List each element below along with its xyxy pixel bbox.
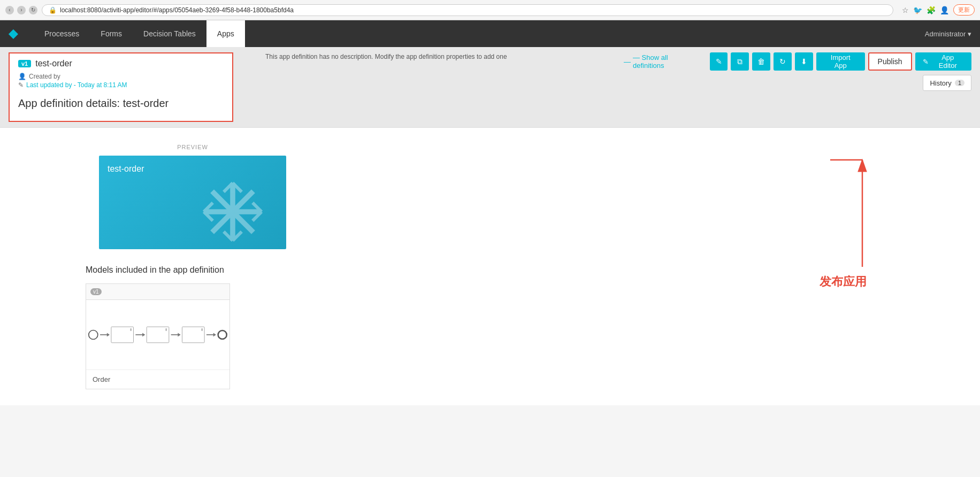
show-all-definitions-link[interactable]: — — Show all definitions — [624, 53, 701, 70]
edit-button[interactable]: ✎ — [710, 52, 728, 71]
nav-item-forms[interactable]: Forms — [90, 20, 133, 47]
model-card-header: v1 — [86, 284, 229, 300]
snowflake-decoration — [201, 180, 265, 244]
nav-item-processes[interactable]: Processes — [34, 20, 90, 47]
app-preview-card: test-order — [99, 156, 286, 249]
app-created-meta: 👤 Created by — [18, 73, 224, 80]
bpmn-end-event — [217, 330, 227, 340]
bpmn-arrow-1 — [100, 334, 109, 335]
bpmn-arrow-3 — [171, 334, 180, 335]
model-name: Order — [93, 375, 110, 383]
app-definition-heading: App definition details: test-order — [18, 97, 224, 110]
reload-button[interactable]: ↻ — [29, 6, 37, 14]
url-text: localhost:8080/activiti-app/editor/#/app… — [60, 6, 294, 14]
delete-button[interactable]: 🗑 — [752, 52, 770, 71]
download-icon: ⬇ — [801, 57, 807, 66]
show-all-icon: — — [624, 58, 631, 66]
address-bar[interactable]: 🔒 localhost:8080/activiti-app/editor/#/a… — [42, 4, 893, 16]
app-header: v1 test-order 👤 Created by ✎ Last update… — [0, 47, 980, 128]
main-content: v1 test-order 👤 Created by ✎ Last update… — [0, 47, 980, 477]
bird-icon: 🐦 — [913, 6, 922, 14]
puzzle-icon: 🧩 — [927, 6, 936, 14]
history-button[interactable]: History 1 — [923, 75, 971, 91]
refresh-icon: ↻ — [779, 57, 786, 66]
model-diagram — [86, 300, 229, 370]
download-button[interactable]: ⬇ — [795, 52, 813, 71]
created-by-label: Created by — [29, 73, 60, 80]
publish-button[interactable]: Publish — [868, 52, 912, 71]
refresh-button[interactable]: ↻ — [774, 52, 792, 71]
person-icon: 👤 — [18, 73, 26, 80]
app-navbar: ◆ Processes Forms Decision Tables Apps A… — [0, 20, 980, 47]
bpmn-task-2 — [147, 327, 170, 343]
app-header-right: — — Show all definitions ✎ ⧉ 🗑 — [624, 52, 971, 91]
bpmn-start-event — [88, 330, 98, 340]
copy-button[interactable]: ⧉ — [731, 52, 749, 71]
model-version-badge: v1 — [90, 288, 102, 295]
header-center: This app definition has no description. … — [244, 52, 613, 61]
model-card-footer: Order — [86, 370, 229, 389]
nav-right: Administrator ▾ — [925, 30, 971, 38]
edit-icon: ✎ — [716, 57, 722, 66]
copy-icon: ⧉ — [737, 57, 742, 66]
app-preview-name: test-order — [108, 164, 278, 174]
models-section: Models included in the app definition v1 — [86, 265, 980, 389]
bpmn-task-3 — [182, 327, 205, 343]
bpmn-task-1 — [111, 327, 134, 343]
forward-button[interactable]: › — [17, 6, 26, 14]
nav-items: Processes Forms Decision Tables Apps — [34, 20, 925, 47]
version-badge: v1 — [18, 60, 31, 67]
star-icon[interactable]: ☆ — [902, 6, 909, 14]
model-card: v1 — [86, 283, 230, 389]
pencil-icon: ✎ — [18, 81, 24, 89]
browser-chrome: ‹ › ↻ 🔒 localhost:8080/activiti-app/edit… — [0, 0, 980, 20]
preview-label: PREVIEW — [86, 144, 300, 150]
app-editor-icon: ✎ — [923, 58, 929, 66]
app-title-row: v1 test-order — [18, 59, 224, 68]
app-info-block: v1 test-order 👤 Created by ✎ Last update… — [9, 52, 233, 122]
browser-controls: ‹ › ↻ — [5, 6, 37, 14]
app-updated-meta: ✎ Last updated by - Today at 8:11 AM — [18, 81, 224, 89]
history-label: History — [930, 79, 951, 87]
back-button[interactable]: ‹ — [5, 6, 14, 14]
nav-item-decision-tables[interactable]: Decision Tables — [133, 20, 206, 47]
description-text: This app definition has no description. … — [255, 52, 602, 61]
updated-link[interactable]: Last updated by - Today at 8:11 AM — [26, 81, 127, 89]
app-editor-button[interactable]: ✎ App Editor — [915, 52, 971, 71]
history-count: 1 — [955, 80, 964, 86]
app-logo[interactable]: ◆ — [9, 27, 18, 41]
admin-label[interactable]: Administrator ▾ — [925, 30, 971, 38]
bpmn-flow — [88, 327, 227, 343]
toolbar-row: ✎ ⧉ 🗑 ↻ ⬇ Impo — [710, 52, 971, 71]
nav-item-apps[interactable]: Apps — [206, 20, 245, 47]
bpmn-arrow-4 — [206, 334, 216, 335]
browser-icons: ☆ 🐦 🧩 👤 更新 — [902, 4, 975, 16]
update-button[interactable]: 更新 — [953, 4, 975, 16]
bpmn-arrow-2 — [135, 334, 144, 335]
lock-icon: 🔒 — [49, 6, 57, 14]
import-app-button[interactable]: Import App — [816, 52, 865, 71]
user-circle-icon[interactable]: 👤 — [940, 6, 949, 14]
app-name: test-order — [35, 59, 72, 68]
models-heading: Models included in the app definition — [86, 265, 980, 275]
delete-icon: 🗑 — [757, 57, 765, 66]
